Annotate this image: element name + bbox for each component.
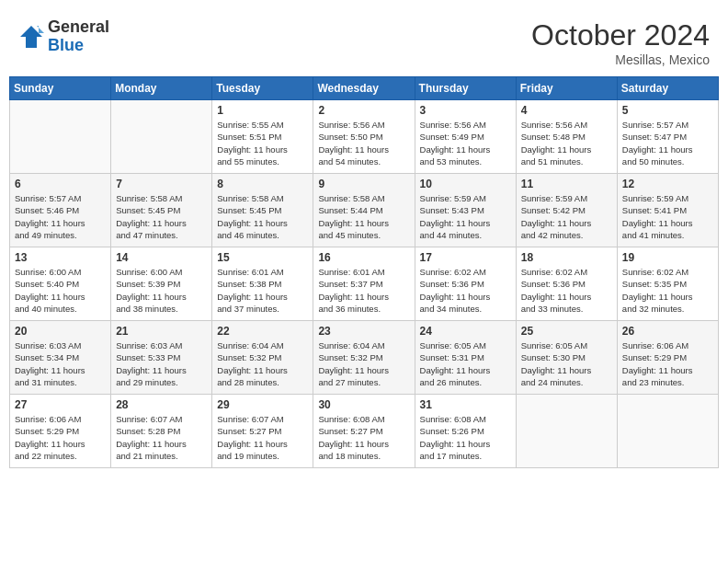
calendar-cell: 16Sunrise: 6:01 AM Sunset: 5:37 PM Dayli… [313, 247, 415, 321]
day-info: Sunrise: 6:01 AM Sunset: 5:38 PM Dayligh… [217, 266, 308, 315]
day-info: Sunrise: 6:02 AM Sunset: 5:36 PM Dayligh… [521, 266, 612, 315]
weekday-sunday: Sunday [10, 77, 111, 100]
calendar-cell: 15Sunrise: 6:01 AM Sunset: 5:38 PM Dayli… [212, 247, 313, 321]
day-number: 2 [318, 104, 409, 117]
calendar-cell: 29Sunrise: 6:07 AM Sunset: 5:27 PM Dayli… [212, 395, 313, 468]
calendar-table: SundayMondayTuesdayWednesdayThursdayFrid… [9, 76, 719, 468]
location: Mesillas, Mexico [531, 52, 710, 67]
day-number: 28 [116, 398, 207, 411]
day-info: Sunrise: 5:57 AM Sunset: 5:46 PM Dayligh… [15, 192, 106, 241]
calendar-cell: 17Sunrise: 6:02 AM Sunset: 5:36 PM Dayli… [415, 247, 516, 321]
calendar-cell: 21Sunrise: 6:03 AM Sunset: 5:33 PM Dayli… [111, 321, 212, 395]
calendar-cell [10, 100, 111, 174]
day-number: 14 [116, 251, 207, 264]
day-number: 7 [116, 178, 207, 190]
calendar-cell: 6Sunrise: 5:57 AM Sunset: 5:46 PM Daylig… [10, 174, 111, 247]
day-info: Sunrise: 5:59 AM Sunset: 5:42 PM Dayligh… [521, 192, 612, 241]
day-info: Sunrise: 6:05 AM Sunset: 5:30 PM Dayligh… [521, 339, 612, 388]
day-info: Sunrise: 5:57 AM Sunset: 5:47 PM Dayligh… [622, 119, 713, 167]
calendar-cell: 26Sunrise: 6:06 AM Sunset: 5:29 PM Dayli… [617, 321, 718, 395]
day-info: Sunrise: 5:56 AM Sunset: 5:50 PM Dayligh… [318, 119, 409, 167]
day-info: Sunrise: 6:03 AM Sunset: 5:33 PM Dayligh… [116, 339, 207, 388]
day-info: Sunrise: 6:01 AM Sunset: 5:37 PM Dayligh… [318, 266, 409, 315]
calendar-cell [111, 100, 212, 174]
calendar-cell [617, 395, 718, 468]
day-info: Sunrise: 6:02 AM Sunset: 5:35 PM Dayligh… [622, 266, 713, 315]
day-number: 24 [420, 325, 511, 338]
day-number: 17 [420, 251, 511, 264]
day-number: 29 [217, 398, 308, 411]
day-info: Sunrise: 5:56 AM Sunset: 5:48 PM Dayligh… [521, 119, 612, 167]
calendar-cell: 25Sunrise: 6:05 AM Sunset: 5:30 PM Dayli… [516, 321, 617, 395]
day-info: Sunrise: 6:03 AM Sunset: 5:34 PM Dayligh… [15, 339, 106, 388]
calendar-cell: 31Sunrise: 6:08 AM Sunset: 5:26 PM Dayli… [415, 395, 516, 468]
week-row-2: 6Sunrise: 5:57 AM Sunset: 5:46 PM Daylig… [10, 174, 719, 247]
day-number: 18 [521, 251, 612, 264]
day-number: 26 [622, 325, 713, 338]
day-number: 30 [318, 398, 409, 411]
day-info: Sunrise: 6:08 AM Sunset: 5:26 PM Dayligh… [420, 413, 511, 462]
calendar-cell: 7Sunrise: 5:58 AM Sunset: 5:45 PM Daylig… [111, 174, 212, 247]
week-row-4: 20Sunrise: 6:03 AM Sunset: 5:34 PM Dayli… [10, 321, 719, 395]
calendar-cell: 3Sunrise: 5:56 AM Sunset: 5:49 PM Daylig… [415, 100, 516, 174]
calendar-header: SundayMondayTuesdayWednesdayThursdayFrid… [10, 77, 719, 100]
day-number: 10 [420, 178, 511, 190]
weekday-header-row: SundayMondayTuesdayWednesdayThursdayFrid… [10, 77, 719, 100]
day-info: Sunrise: 6:06 AM Sunset: 5:29 PM Dayligh… [15, 413, 106, 462]
weekday-saturday: Saturday [617, 77, 718, 100]
calendar-cell: 11Sunrise: 5:59 AM Sunset: 5:42 PM Dayli… [516, 174, 617, 247]
day-info: Sunrise: 5:59 AM Sunset: 5:41 PM Dayligh… [622, 192, 713, 241]
calendar-cell: 9Sunrise: 5:58 AM Sunset: 5:44 PM Daylig… [313, 174, 415, 247]
day-number: 5 [622, 104, 713, 117]
weekday-friday: Friday [516, 77, 617, 100]
day-info: Sunrise: 6:02 AM Sunset: 5:36 PM Dayligh… [420, 266, 511, 315]
weekday-thursday: Thursday [415, 77, 516, 100]
day-number: 3 [420, 104, 511, 117]
calendar-cell: 20Sunrise: 6:03 AM Sunset: 5:34 PM Dayli… [10, 321, 111, 395]
calendar-cell: 8Sunrise: 5:58 AM Sunset: 5:45 PM Daylig… [212, 174, 313, 247]
day-info: Sunrise: 6:04 AM Sunset: 5:32 PM Dayligh… [318, 339, 409, 388]
day-info: Sunrise: 6:07 AM Sunset: 5:27 PM Dayligh… [217, 413, 308, 462]
day-info: Sunrise: 5:58 AM Sunset: 5:45 PM Dayligh… [217, 192, 308, 241]
day-number: 12 [622, 178, 713, 190]
day-number: 6 [15, 178, 106, 190]
day-number: 11 [521, 178, 612, 190]
day-number: 8 [217, 178, 308, 190]
calendar-cell: 12Sunrise: 5:59 AM Sunset: 5:41 PM Dayli… [617, 174, 718, 247]
weekday-wednesday: Wednesday [313, 77, 415, 100]
calendar-cell: 30Sunrise: 6:08 AM Sunset: 5:27 PM Dayli… [313, 395, 415, 468]
day-number: 16 [318, 251, 409, 264]
day-info: Sunrise: 6:00 AM Sunset: 5:39 PM Dayligh… [116, 266, 207, 315]
calendar-cell: 4Sunrise: 5:56 AM Sunset: 5:48 PM Daylig… [516, 100, 617, 174]
day-number: 20 [15, 325, 106, 338]
day-number: 22 [217, 325, 308, 338]
week-row-3: 13Sunrise: 6:00 AM Sunset: 5:40 PM Dayli… [10, 247, 719, 321]
week-row-5: 27Sunrise: 6:06 AM Sunset: 5:29 PM Dayli… [10, 395, 719, 468]
svg-marker-1 [37, 26, 44, 33]
week-row-1: 1Sunrise: 5:55 AM Sunset: 5:51 PM Daylig… [10, 100, 719, 174]
calendar-cell [516, 395, 617, 468]
calendar-cell: 27Sunrise: 6:06 AM Sunset: 5:29 PM Dayli… [10, 395, 111, 468]
logo-general-text: General [48, 18, 109, 37]
day-number: 1 [217, 104, 308, 117]
day-info: Sunrise: 5:58 AM Sunset: 5:45 PM Dayligh… [116, 192, 207, 241]
day-number: 25 [521, 325, 612, 338]
calendar-cell: 1Sunrise: 5:55 AM Sunset: 5:51 PM Daylig… [212, 100, 313, 174]
day-info: Sunrise: 6:04 AM Sunset: 5:32 PM Dayligh… [217, 339, 308, 388]
calendar-cell: 24Sunrise: 6:05 AM Sunset: 5:31 PM Dayli… [415, 321, 516, 395]
day-info: Sunrise: 6:00 AM Sunset: 5:40 PM Dayligh… [15, 266, 106, 315]
day-info: Sunrise: 5:59 AM Sunset: 5:43 PM Dayligh… [420, 192, 511, 241]
logo-blue-text: Blue [48, 37, 109, 55]
day-number: 4 [521, 104, 612, 117]
weekday-tuesday: Tuesday [212, 77, 313, 100]
calendar-cell: 19Sunrise: 6:02 AM Sunset: 5:35 PM Dayli… [617, 247, 718, 321]
day-info: Sunrise: 5:55 AM Sunset: 5:51 PM Dayligh… [217, 119, 308, 167]
calendar-cell: 13Sunrise: 6:00 AM Sunset: 5:40 PM Dayli… [10, 247, 111, 321]
calendar-cell: 2Sunrise: 5:56 AM Sunset: 5:50 PM Daylig… [313, 100, 415, 174]
day-number: 13 [15, 251, 106, 264]
month-title: October 2024 [531, 18, 710, 52]
weekday-monday: Monday [111, 77, 212, 100]
calendar-cell: 22Sunrise: 6:04 AM Sunset: 5:32 PM Dayli… [212, 321, 313, 395]
day-info: Sunrise: 6:05 AM Sunset: 5:31 PM Dayligh… [420, 339, 511, 388]
calendar-cell: 10Sunrise: 5:59 AM Sunset: 5:43 PM Dayli… [415, 174, 516, 247]
